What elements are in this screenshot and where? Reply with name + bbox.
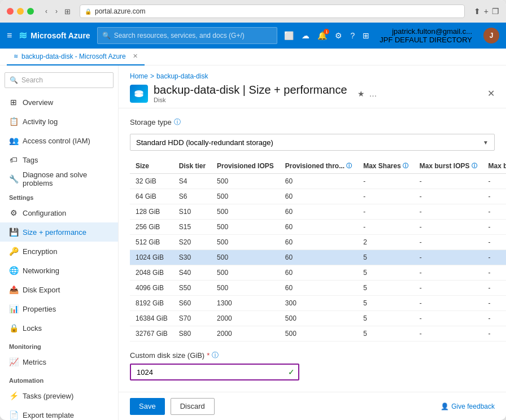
sidebar-item-configuration[interactable]: ⚙ Configuration [0,203,118,222]
cell-max-burst-thru: - [483,235,506,250]
forward-button[interactable]: › [53,6,60,16]
table-row[interactable]: 1024 GiB S30 500 60 5 - - [130,250,506,265]
cell-tier: S4 [173,174,211,189]
sidebar-label-access-control: Access control (IAM) [23,137,90,145]
sidebar-item-access-control[interactable]: 👥 Access control (IAM) [0,131,118,150]
cell-iops: 1300 [211,296,280,311]
feedback-icon[interactable]: ⊞ [363,31,369,40]
notification-icon[interactable]: 🔔 1 [317,31,327,40]
maximize-traffic-light[interactable] [27,8,34,15]
panel-content: Storage type ⓘ Standard HDD (locally-red… [119,108,506,392]
cell-max-burst-iops: - [414,296,483,311]
monitoring-section-label: Monitoring [0,338,118,352]
sidebar-label-disk-export: Disk Export [23,286,60,294]
cell-throughput: 60 [280,204,357,220]
cell-size: 4096 GiB [130,281,173,296]
breadcrumb-sep: > [150,72,154,80]
table-row[interactable]: 128 GiB S10 500 60 - - - [130,204,506,220]
storage-type-row: Storage type ⓘ [130,117,495,127]
save-button[interactable]: Save [130,398,165,415]
table-row[interactable]: 4096 GiB S50 500 60 5 - - [130,281,506,296]
address-bar[interactable]: 🔒 portal.azure.com [80,5,465,18]
table-row[interactable]: 256 GiB S15 500 60 - - - [130,220,506,235]
nav-icons: ⬜ ☁ 🔔 1 ⚙ ? ⊞ jpatrick.fulton@gmail.c...… [284,27,499,44]
locks-icon: 🔒 [9,323,18,333]
user-avatar[interactable]: J [483,28,499,43]
minimize-traffic-light[interactable] [17,8,24,15]
custom-size-info-icon[interactable]: ⓘ [212,351,219,360]
sidebar-item-locks[interactable]: 🔒 Locks [0,318,118,338]
cell-throughput: 60 [280,220,357,235]
cell-iops: 500 [211,204,280,220]
favorite-button[interactable]: ★ [357,89,365,98]
sidebar-item-disk-export[interactable]: 📤 Disk Export [0,280,118,299]
cell-max-shares: 5 [357,265,414,281]
settings-section-label: Settings [0,189,118,203]
browser-tab[interactable]: ≋ backup-data-disk - Microsoft Azure ✕ [7,49,145,65]
sidebar-item-metrics[interactable]: 📈 Metrics [0,352,118,371]
tab-close-icon[interactable]: ✕ [133,53,138,60]
help-icon[interactable]: ? [350,31,355,40]
panel-footer: Save Discard 👤 Give feedback [119,392,506,420]
share-button[interactable]: ⬆ [474,7,481,16]
diagnose-icon: 🔧 [9,174,18,183]
sidebar-item-networking[interactable]: 🌐 Networking [0,261,118,280]
table-row[interactable]: 16384 GiB S70 2000 500 5 - - [130,311,506,326]
storage-type-dropdown[interactable]: Standard HDD (locally-redundant storage)… [130,134,495,151]
hamburger-icon[interactable]: ≡ [7,30,12,41]
back-button[interactable]: ‹ [43,6,50,16]
sidebar-item-size-performance[interactable]: 💾 Size + performance [0,222,118,242]
breadcrumb-current[interactable]: backup-data-disk [156,72,208,80]
panel-subtitle: Disk [154,97,347,103]
cell-tier: S15 [173,220,211,235]
discard-button[interactable]: Discard [171,398,215,415]
close-traffic-light[interactable] [7,8,14,15]
breadcrumb-home[interactable]: Home [130,72,148,80]
cell-throughput: 500 [280,311,357,326]
sidebar-item-encryption[interactable]: 🔑 Encryption [0,242,118,261]
sidebar-item-tasks[interactable]: ⚡ Tasks (preview) [0,386,118,405]
sidebar-item-overview[interactable]: ⊞ Overview [0,93,118,112]
feedback-link-text: Give feedback [451,403,495,410]
col-max-burst-iops: Max burst IOPS ⓘ [414,159,483,174]
sidebar-search[interactable]: 🔍 Search [5,72,114,88]
give-feedback-link[interactable]: 👤 Give feedback [440,403,495,410]
cell-max-burst-thru: - [483,265,506,281]
settings-icon[interactable]: ⚙ [335,31,342,40]
sidebar-item-tags[interactable]: 🏷 Tags [0,150,118,169]
table-row[interactable]: 2048 GiB S40 500 60 5 - - [130,265,506,281]
cell-max-shares: 5 [357,311,414,326]
table-row[interactable]: 8192 GiB S60 1300 300 5 - - [130,296,506,311]
disk-resource-icon [130,85,148,103]
new-tab-button[interactable]: + [484,7,488,16]
table-row[interactable]: 64 GiB S6 500 60 - - - [130,189,506,204]
global-search[interactable]: 🔍 Search resources, services, and docs (… [97,27,278,44]
close-panel-button[interactable]: ✕ [487,88,495,99]
table-row[interactable]: 32 GiB S4 500 60 - - - [130,174,506,189]
notification-badge: 1 [324,29,329,34]
custom-size-input[interactable] [130,364,299,380]
cloud-shell-icon[interactable]: ⬜ [284,31,294,40]
cell-size: 16384 GiB [130,311,173,326]
cell-max-burst-thru: - [483,250,506,265]
table-row[interactable]: 32767 GiB S80 2000 500 5 - - [130,326,506,342]
cell-iops: 500 [211,174,280,189]
throughput-info-icon[interactable]: ⓘ [346,162,352,170]
cell-tier: S30 [173,250,211,265]
sidebar-item-activity-log[interactable]: 📋 Activity log [0,112,118,131]
max-burst-iops-info-icon[interactable]: ⓘ [472,162,477,170]
max-shares-info-icon[interactable]: ⓘ [403,162,408,170]
sidebar-item-export-template[interactable]: 📄 Export template [0,405,118,420]
sidebar-item-diagnose[interactable]: 🔧 Diagnose and solve problems [0,169,118,189]
cell-size: 64 GiB [130,189,173,204]
sidebar-item-properties[interactable]: 📊 Properties [0,299,118,318]
cell-max-burst-iops: - [414,265,483,281]
more-options-button[interactable]: … [369,89,377,98]
directory-icon[interactable]: ☁ [302,31,309,40]
col-tier: Disk tier [173,159,211,174]
overview-icon: ⊞ [9,98,18,107]
table-row[interactable]: 512 GiB S20 500 60 2 - - [130,235,506,250]
user-info: jpatrick.fulton@gmail.c... JPF DEFAULT D… [380,27,472,44]
copy-button[interactable]: ❐ [492,7,499,16]
storage-type-info-icon[interactable]: ⓘ [174,117,181,127]
